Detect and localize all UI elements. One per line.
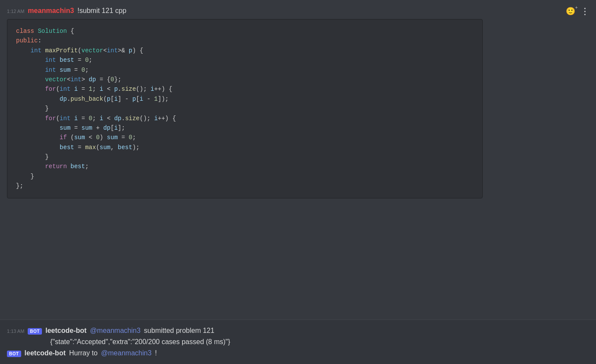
add-reaction-icon[interactable]: 🙂+ (566, 6, 575, 16)
code-block: class Solution { public: int maxProfit(v… (7, 19, 483, 198)
mention-1: @meanmachin3 (90, 327, 141, 335)
json-result-row: {"state":"Accepted","extra":"200/200 cas… (7, 338, 589, 346)
submitted-text: submitted problem 121 (144, 327, 215, 335)
timestamp-1: 1:12 AM (7, 9, 24, 14)
hurray-text: Hurray to (69, 349, 98, 357)
bot-message-row-1: 1:13 AM BOT leetcode-bot @meanmachin3 su… (7, 327, 589, 335)
bot-section: 1:13 AM BOT leetcode-bot @meanmachin3 su… (0, 320, 596, 364)
toolbar-icons: 🙂+ ⋮ (566, 6, 589, 16)
json-result-text: {"state":"Accepted","extra":"200/200 cas… (50, 338, 230, 345)
bot-name-1: leetcode-bot (45, 327, 87, 335)
bot-name-2: leetcode-bot (25, 349, 66, 357)
bot-badge-2: BOT (7, 351, 21, 357)
more-options-icon[interactable]: ⋮ (580, 6, 589, 16)
username-meanmachin3: meanmachin3 (28, 7, 74, 15)
message-header-1: 1:12 AM meanmachin3 !submit 121 cpp (7, 7, 589, 15)
bot-badge-1: BOT (28, 328, 42, 335)
command-text: !submit 121 cpp (77, 7, 126, 15)
bot-timestamp: 1:13 AM (7, 329, 24, 334)
message-row-1: 1:12 AM meanmachin3 !submit 121 cpp clas… (7, 7, 589, 201)
bot-message-row-2: BOT leetcode-bot Hurray to @meanmachin3 … (7, 349, 589, 357)
exclaim-text: ! (155, 349, 157, 357)
mention-2: @meanmachin3 (101, 349, 152, 357)
